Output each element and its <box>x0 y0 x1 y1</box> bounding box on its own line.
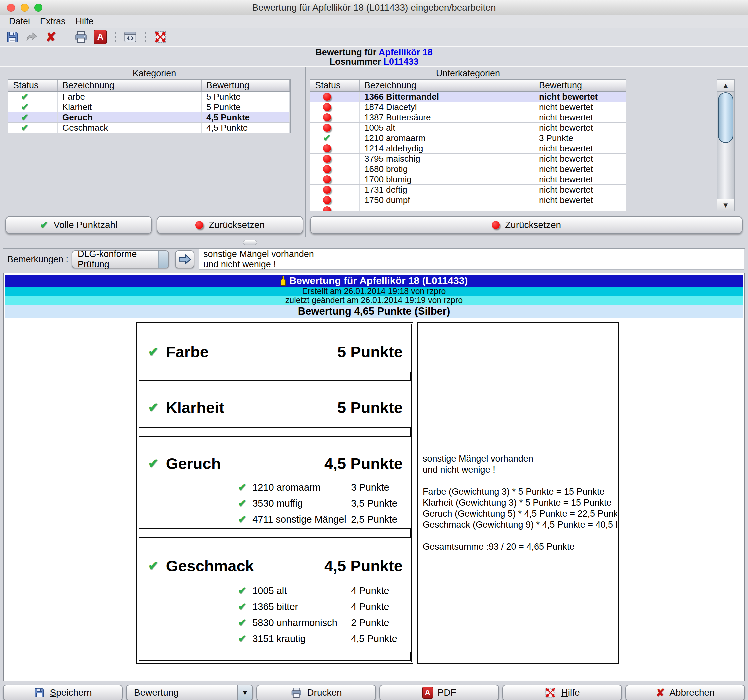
red-dot-icon <box>492 221 500 229</box>
scrollbar-thumb[interactable] <box>718 92 733 143</box>
column-bewertung[interactable]: Bewertung <box>534 80 625 91</box>
block-name: Klarheit <box>166 398 224 417</box>
help-button[interactable]: Hilfe <box>502 685 622 700</box>
print-button[interactable]: Drucken <box>256 685 376 700</box>
scroll-down-button[interactable]: ▼ <box>717 199 734 211</box>
remark-line: sonstige Mängel vorhanden <box>203 249 740 259</box>
close-window-button[interactable] <box>7 4 15 12</box>
minimize-window-button[interactable] <box>21 4 29 12</box>
table-row[interactable]: 3795 maischig nicht bewertet <box>310 154 626 164</box>
menu-extras[interactable]: Extras <box>40 16 66 27</box>
remarks-dropdown[interactable]: DLG-konforme Prüfung <box>71 250 169 268</box>
check-icon: ✔ <box>21 92 29 101</box>
undo-toolbar-button[interactable] <box>24 29 40 45</box>
report-created: Erstellt am 26.01.2014 19:18 von rzpro <box>303 286 446 296</box>
column-bezeichnung[interactable]: Bezeichnung <box>58 80 202 91</box>
table-row[interactable]: ✔ Farbe 5 Punkte <box>8 92 290 102</box>
check-icon: ✔ <box>148 345 159 358</box>
split-divider[interactable] <box>0 237 748 248</box>
scroll-up-button[interactable]: ▲ <box>717 80 734 92</box>
menu-hilfe[interactable]: Hilfe <box>76 16 94 27</box>
table-row[interactable]: 1731 deftig nicht bewertet <box>310 185 626 195</box>
remarks-text-area[interactable]: sonstige Mängel vorhanden und nicht weni… <box>199 249 744 270</box>
footer-bar: Speichern Bewertung ▼ Drucken A PDF Hilf… <box>3 685 745 700</box>
reset-categories-button[interactable]: Zurücksetzen <box>157 216 303 234</box>
summary-line: Klarheit (Gewichtung 3) * 5 Punkte = 15 … <box>423 497 615 508</box>
printer-icon <box>290 687 303 698</box>
save-toolbar-button[interactable] <box>5 29 20 45</box>
subitem-name: 3151 krautig <box>252 633 351 644</box>
apply-remark-button[interactable] <box>175 250 194 268</box>
table-row-selected[interactable]: ✔ Geruch 4,5 Punkte <box>8 112 290 123</box>
window-toolbar-button[interactable] <box>122 29 138 45</box>
subitem-name: 5830 unharmonisch <box>252 617 351 628</box>
window-title: Bewertung für Apfellikör 18 (L011433) ei… <box>252 2 496 13</box>
full-points-label: Volle Punktzahl <box>54 220 117 230</box>
header-product-name: Apfellikör 18 <box>379 47 433 57</box>
help-label-initial: H <box>561 687 568 698</box>
table-row[interactable]: 1005 alt nicht bewertet <box>310 123 626 133</box>
section-separator <box>139 652 410 661</box>
check-icon: ✔ <box>238 514 246 524</box>
toolbar-separator <box>66 30 66 43</box>
chevron-down-icon[interactable]: ▼ <box>237 685 252 700</box>
table-row[interactable]: 1387 Buttersäure nicht bewertet <box>310 112 626 123</box>
cancel-label: Abbrechen <box>669 687 715 698</box>
cancel-button[interactable]: ✘ Abbrechen <box>625 685 745 700</box>
table-row-selected[interactable]: 1366 Bittermandel nicht bewertet <box>310 92 626 102</box>
red-dot-icon <box>323 93 331 100</box>
title-bar: Bewertung für Apfellikör 18 (L011433) ei… <box>0 0 748 15</box>
column-status[interactable]: Status <box>8 80 58 91</box>
subcategory-rating: nicht bewertet <box>534 92 625 102</box>
pdf-toolbar-button[interactable]: A <box>92 29 108 45</box>
table-row-partial[interactable] <box>310 205 626 211</box>
remark-line: und nicht wenige ! <box>203 259 740 270</box>
categories-table-header: Status Bezeichnung Bewertung <box>8 80 290 92</box>
column-bezeichnung[interactable]: Bezeichnung <box>360 80 534 91</box>
subcategory-rating: nicht bewertet <box>534 164 625 174</box>
column-bewertung[interactable]: Bewertung <box>202 80 290 91</box>
print-toolbar-button[interactable] <box>73 29 89 45</box>
report-block-klarheit: ✔ Klarheit 5 Punkte <box>138 391 411 423</box>
header-line1-prefix: Bewertung für <box>315 47 379 57</box>
menu-datei[interactable]: Datei <box>9 16 30 27</box>
subcategory-name: 1214 aldehydig <box>360 143 534 153</box>
check-icon: ✔ <box>238 602 246 612</box>
reset-subcategories-button[interactable]: Zurücksetzen <box>310 216 743 234</box>
subitem-points: 2,5 Punkte <box>351 514 397 525</box>
table-row[interactable]: ✔ 1210 aromaarm 3 Punkte <box>310 133 626 143</box>
category-rating: 5 Punkte <box>202 102 290 112</box>
save-button[interactable]: Speichern <box>3 685 123 700</box>
red-dot-icon <box>323 175 331 183</box>
table-row[interactable]: 1680 brotig nicht bewertet <box>310 164 626 174</box>
column-status[interactable]: Status <box>310 80 360 91</box>
split-handle-icon[interactable] <box>243 240 257 245</box>
red-dot-icon <box>323 103 331 111</box>
full-points-button[interactable]: ✔ Volle Punktzahl <box>5 216 152 234</box>
section-separator <box>139 372 410 381</box>
blue-arrow-right-icon <box>177 253 192 266</box>
pdf-label: PDF <box>438 687 456 698</box>
delete-toolbar-button[interactable]: ✘ <box>43 29 59 45</box>
subcategories-table-header: Status Bezeichnung Bewertung <box>310 80 626 92</box>
table-row[interactable]: 1874 Diacetyl nicht bewertet <box>310 102 626 112</box>
remarks-label: Bemerkungen : <box>7 254 68 265</box>
vertical-scrollbar[interactable]: ▲ ▼ <box>717 79 735 212</box>
subcategories-table: Status Bezeichnung Bewertung 1366 Bitter… <box>310 79 626 212</box>
validate-toolbar-button[interactable] <box>152 29 168 45</box>
table-row[interactable]: 1700 blumig nicht bewertet <box>310 174 626 185</box>
table-row[interactable]: ✔ Klarheit 5 Punkte <box>8 102 290 112</box>
category-rating: 4,5 Punkte <box>202 112 290 122</box>
table-row[interactable]: ✔ Geschmack 4,5 Punkte <box>8 123 290 133</box>
summary-line <box>423 530 615 541</box>
table-row[interactable]: 1214 aldehydig nicht bewertet <box>310 143 626 154</box>
floppy-disk-icon <box>6 30 19 44</box>
subcategory-rating: nicht bewertet <box>534 154 625 164</box>
zoom-window-button[interactable] <box>34 4 43 12</box>
pdf-button[interactable]: A PDF <box>379 685 499 700</box>
report-title-bar: Bewertung für Apfellikör 18 (L011433) <box>5 275 743 287</box>
subitem-points: 4,5 Punkte <box>351 633 397 644</box>
table-row[interactable]: 1750 dumpf nicht bewertet <box>310 195 626 205</box>
subcategory-rating: nicht bewertet <box>534 102 625 112</box>
rating-mode-dropdown[interactable]: Bewertung ▼ <box>126 685 253 700</box>
